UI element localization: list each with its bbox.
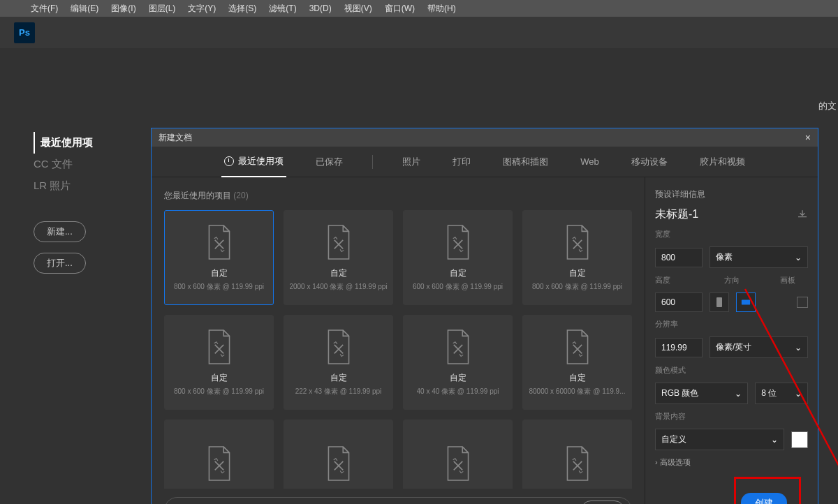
advanced-options-toggle[interactable]: › 高级选项 <box>655 457 808 468</box>
sidebar-item-recent[interactable]: 最近使用项 <box>34 132 117 154</box>
document-icon <box>324 224 353 260</box>
preset-dimensions: 800 x 600 像素 @ 119.99 ppi <box>174 282 264 292</box>
bit-depth-select[interactable]: 8 位⌄ <box>755 383 808 404</box>
preset-dimensions: 40 x 40 像素 @ 119.99 ppi <box>417 387 499 396</box>
tab-label: 最近使用项 <box>238 155 284 168</box>
document-icon <box>324 329 353 365</box>
preset-card[interactable] <box>522 420 632 489</box>
chevron-down-icon: ⌄ <box>795 389 802 399</box>
sidebar-item-lr-photos[interactable]: LR 照片 <box>34 175 117 197</box>
artboard-checkbox[interactable] <box>797 297 808 308</box>
document-icon <box>563 224 592 260</box>
background-select[interactable]: 自定义⌄ <box>655 429 784 450</box>
stock-go-button[interactable]: 前往 <box>581 501 624 505</box>
preset-card[interactable]: 自定600 x 600 像素 @ 119.99 ppi <box>403 210 513 305</box>
dialog-header: 新建文档 × <box>152 128 818 147</box>
svg-rect-26 <box>716 297 722 307</box>
menu-window[interactable]: 窗口(W) <box>379 1 420 16</box>
main-area: 的文 最近使用项 CC 文件 LR 照片 新建... 打开... 新建文档 × … <box>0 48 838 504</box>
preset-dimensions: 800 x 600 像素 @ 119.99 ppi <box>532 282 622 292</box>
document-icon <box>205 224 234 260</box>
tab-photo[interactable]: 照片 <box>399 147 423 177</box>
preset-card[interactable] <box>164 420 274 489</box>
preset-dimensions: 80000 x 60000 像素 @ 119.9... <box>529 387 625 396</box>
preset-card[interactable] <box>284 420 393 489</box>
background-color-swatch[interactable] <box>791 431 808 448</box>
background-label: 背景内容 <box>655 411 808 422</box>
menu-file[interactable]: 文件(F) <box>25 1 64 16</box>
menu-layer[interactable]: 图层(L) <box>143 1 182 16</box>
preset-card[interactable]: 自定80000 x 60000 像素 @ 119.9... <box>522 315 632 410</box>
orientation-portrait-button[interactable] <box>710 292 729 312</box>
chevron-down-icon: ⌄ <box>771 435 778 445</box>
preset-card[interactable]: 自定800 x 600 像素 @ 119.99 ppi <box>522 210 632 305</box>
preset-card[interactable]: 自定2000 x 1400 像素 @ 119.99 ppi <box>284 210 393 305</box>
color-mode-label: 颜色模式 <box>655 365 808 376</box>
preset-dimensions: 600 x 600 像素 @ 119.99 ppi <box>413 282 503 292</box>
preset-name: 自定 <box>211 372 228 384</box>
adobe-stock-search-bar: 在 Adobe Stock 上查找模板 前往 <box>164 497 632 504</box>
tab-mobile[interactable]: 移动设备 <box>628 147 670 177</box>
preset-name: 自定 <box>569 372 586 384</box>
tab-film-video[interactable]: 胶片和视频 <box>697 147 748 177</box>
preset-dimensions: 800 x 600 像素 @ 119.99 ppi <box>174 387 264 396</box>
menu-type[interactable]: 文字(Y) <box>182 1 221 16</box>
preset-name: 自定 <box>330 267 347 279</box>
orientation-landscape-button[interactable] <box>736 292 756 312</box>
preset-grid: 自定800 x 600 像素 @ 119.99 ppi自定2000 x 1400… <box>164 210 632 489</box>
toolbar: Ps <box>0 17 838 48</box>
color-mode-select[interactable]: RGB 颜色⌄ <box>655 383 748 404</box>
document-icon <box>443 445 473 482</box>
preset-card[interactable]: 自定800 x 600 像素 @ 119.99 ppi <box>164 315 274 410</box>
open-button[interactable]: 打开... <box>34 253 86 274</box>
new-button[interactable]: 新建... <box>34 221 86 242</box>
tab-divider <box>372 155 373 169</box>
menu-3d[interactable]: 3D(D) <box>304 2 337 15</box>
width-unit-select[interactable]: 像素⌄ <box>710 246 808 268</box>
tab-print[interactable]: 打印 <box>450 147 473 177</box>
dialog-title: 新建文档 <box>159 132 192 144</box>
menu-view[interactable]: 视图(V) <box>339 1 378 16</box>
document-icon <box>563 445 592 482</box>
menu-app-icon[interactable] <box>7 7 24 10</box>
preset-name: 自定 <box>450 267 466 279</box>
preset-card[interactable]: 自定40 x 40 像素 @ 119.99 ppi <box>403 315 513 410</box>
preset-name: 自定 <box>330 372 347 384</box>
menu-filter[interactable]: 滤镜(T) <box>263 1 302 16</box>
preset-card[interactable]: 自定800 x 600 像素 @ 119.99 ppi <box>164 210 274 305</box>
preset-details-panel: 预设详细信息 未标题-1 宽度 像素⌄ 高度 方向 画板 <box>645 177 818 504</box>
preset-name: 自定 <box>569 267 586 279</box>
tab-web[interactable]: Web <box>578 148 602 175</box>
orientation-label: 方向 <box>724 275 773 286</box>
document-name-input[interactable]: 未标题-1 <box>655 207 698 222</box>
svg-rect-27 <box>742 300 750 305</box>
preset-card[interactable]: 自定222 x 43 像素 @ 119.99 ppi <box>284 315 393 410</box>
details-heading: 预设详细信息 <box>655 188 808 200</box>
menu-help[interactable]: 帮助(H) <box>422 1 462 16</box>
menu-select[interactable]: 选择(S) <box>223 1 262 16</box>
tab-illustration[interactable]: 图稿和插图 <box>500 147 551 177</box>
menu-image[interactable]: 图像(I) <box>105 1 141 16</box>
sidebar-item-cc-files[interactable]: CC 文件 <box>34 154 117 175</box>
resolution-input[interactable] <box>655 338 703 357</box>
close-icon[interactable]: × <box>805 132 811 143</box>
height-label: 高度 <box>655 275 717 286</box>
width-input[interactable] <box>655 248 703 267</box>
height-input[interactable] <box>655 292 703 312</box>
menu-edit[interactable]: 编辑(E) <box>65 1 104 16</box>
recent-presets-heading: 您最近使用的项目 (20) <box>164 190 632 202</box>
preset-name: 自定 <box>450 372 466 384</box>
presets-area: 您最近使用的项目 (20) 自定800 x 600 像素 @ 119.99 pp… <box>152 177 645 504</box>
preset-card[interactable] <box>403 420 513 489</box>
preset-dimensions: 2000 x 1400 像素 @ 119.99 ppi <box>289 282 387 292</box>
document-icon <box>205 329 234 365</box>
resolution-unit-select[interactable]: 像素/英寸⌄ <box>710 336 808 358</box>
save-preset-icon[interactable] <box>797 209 808 221</box>
chevron-down-icon: ⌄ <box>735 389 742 399</box>
document-icon <box>324 445 353 482</box>
tab-saved[interactable]: 已保存 <box>313 147 346 177</box>
tab-recent[interactable]: 最近使用项 <box>221 147 286 177</box>
create-button[interactable]: 创建 <box>741 493 787 504</box>
document-icon <box>443 329 473 365</box>
ps-logo-icon: Ps <box>14 22 35 43</box>
